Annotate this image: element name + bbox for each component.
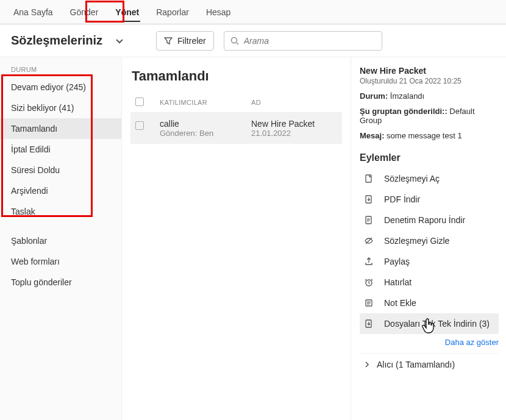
page-title: Sözleşmeleriniz — [11, 34, 102, 48]
table-row[interactable]: callie Gönderen: Ben New Hire Packet 21.… — [130, 113, 342, 144]
action-download-files[interactable]: Dosyaları Tek Tek İndirin (3) — [360, 313, 499, 334]
action-audit[interactable]: Denetim Raporu İndir — [360, 210, 499, 230]
detail-status-value: İmzalandı — [390, 91, 424, 101]
hide-icon — [363, 236, 374, 246]
row-checkbox[interactable] — [135, 121, 144, 130]
row-date: 21.01.2022 — [251, 129, 342, 138]
action-label: Dosyaları Tek Tek İndirin (3) — [384, 319, 490, 329]
open-doc-icon — [363, 174, 374, 183]
nav-manage[interactable]: Yönet — [107, 0, 148, 24]
svg-point-0 — [231, 37, 237, 43]
top-nav: Ana Sayfa Gönder Yönet Raporlar Hesap — [0, 0, 506, 24]
receiver-label: Alıcı (1 Tamamlandı) — [377, 360, 455, 369]
agreement-list: Tamamlandı KATILIMCILAR AD callie Gönder… — [122, 57, 351, 420]
action-share[interactable]: Paylaş — [360, 251, 499, 272]
status-completed[interactable]: Tamamlandı — [0, 118, 121, 139]
nav-account[interactable]: Hesap — [198, 0, 239, 24]
detail-status-label: Durum: — [360, 91, 388, 101]
action-label: Sözleşmeyi Gizle — [384, 236, 449, 246]
action-pdf[interactable]: PDF İndir — [360, 189, 499, 210]
row-name: New Hire Packet — [251, 119, 342, 129]
filters-button[interactable]: Filtreler — [156, 31, 214, 51]
action-open[interactable]: Sözleşmeyi Aç — [360, 168, 499, 189]
main-layout: DURUM Devam ediyor (245) Sizi bekliyor (… — [0, 57, 506, 420]
filters-label: Filtreler — [177, 36, 206, 46]
action-label: Denetim Raporu İndir — [384, 215, 465, 225]
remind-icon — [363, 277, 374, 287]
sidebar-templates[interactable]: Şablonlar — [0, 230, 121, 251]
download-pdf-icon — [363, 194, 374, 204]
detail-message-value: some message test 1 — [387, 131, 462, 140]
chevron-right-icon — [363, 361, 371, 368]
search-icon — [230, 37, 239, 45]
detail-created: Oluşturuldu 21 Oca 2022 10:25 — [360, 77, 499, 85]
actions-title: Eylemler — [360, 152, 499, 163]
nav-send[interactable]: Gönder — [62, 0, 107, 24]
select-all-checkbox[interactable] — [135, 98, 144, 106]
svg-line-1 — [237, 43, 238, 44]
sidebar-bulk[interactable]: Toplu gönderiler — [0, 272, 121, 293]
action-label: Sözleşmeyi Aç — [384, 174, 440, 183]
download-report-icon — [363, 215, 374, 225]
list-title: Tamamlandı — [130, 68, 342, 84]
sidebar: DURUM Devam ediyor (245) Sizi bekliyor (… — [0, 57, 122, 420]
table-header: KATILIMCILAR AD — [130, 93, 342, 113]
detail-title: New Hire Packet — [360, 66, 499, 76]
detail-group-label: Şu gruptan gönderildi:: — [360, 107, 447, 116]
filter-icon — [164, 37, 173, 45]
search-input-wrap[interactable] — [224, 31, 382, 51]
row-sender: Gönderen: Ben — [160, 129, 251, 138]
sidebar-webforms[interactable]: Web formları — [0, 251, 121, 272]
action-remind[interactable]: Hatırlat — [360, 272, 499, 293]
receiver-toggle[interactable]: Alıcı (1 Tamamlandı) — [360, 353, 499, 376]
search-input[interactable] — [244, 36, 376, 46]
status-waiting[interactable]: Sizi bekliyor (41) — [0, 98, 121, 118]
col-participants[interactable]: KATILIMCILAR — [160, 99, 251, 106]
status-in-progress[interactable]: Devam ediyor (245) — [0, 77, 121, 98]
status-expired[interactable]: Süresi Doldu — [0, 160, 121, 180]
svg-rect-2 — [366, 175, 371, 182]
row-participant: callie — [160, 119, 251, 129]
nav-reports[interactable]: Raporlar — [148, 0, 198, 24]
status-archived[interactable]: Arşivlendi — [0, 180, 121, 201]
action-label: Paylaş — [384, 257, 410, 266]
status-draft[interactable]: Taslak — [0, 201, 121, 222]
subheader: Sözleşmeleriniz Filtreler — [0, 24, 506, 57]
nav-home[interactable]: Ana Sayfa — [5, 0, 62, 24]
note-icon — [363, 298, 374, 308]
action-label: PDF İndir — [384, 194, 420, 204]
action-label: Hatırlat — [384, 277, 412, 287]
status-cancelled[interactable]: İptal Edildi — [0, 139, 121, 160]
sidebar-section-status: DURUM — [0, 66, 121, 77]
title-dropdown-icon[interactable] — [115, 36, 124, 46]
col-name[interactable]: AD — [251, 99, 342, 106]
action-hide[interactable]: Sözleşmeyi Gizle — [360, 230, 499, 251]
download-files-icon — [363, 319, 374, 329]
detail-message-label: Mesaj: — [360, 131, 384, 140]
share-icon — [363, 257, 374, 266]
detail-panel: New Hire Packet Oluşturuldu 21 Oca 2022 … — [351, 57, 506, 420]
show-less-link[interactable]: Daha az göster — [360, 334, 499, 353]
action-note[interactable]: Not Ekle — [360, 293, 499, 313]
action-label: Not Ekle — [384, 298, 416, 308]
